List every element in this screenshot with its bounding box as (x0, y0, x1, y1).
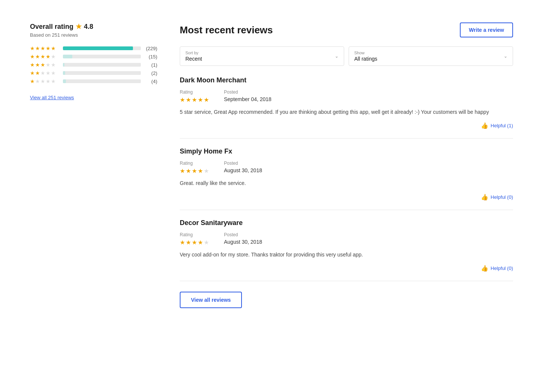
overall-star-icon: ★ (76, 22, 82, 31)
rating-label: Rating (180, 161, 209, 166)
main-layout: Overall rating ★ 4.8 Based on 251 review… (30, 22, 513, 308)
star-icon: ★ (30, 62, 35, 68)
sort-value: Recent (185, 56, 202, 62)
star-icon: ★ (51, 62, 56, 68)
star-icon: ★ (30, 45, 35, 51)
rating-block: Rating★★★★★ (180, 161, 209, 174)
star-icon: ★ (204, 239, 209, 246)
sort-chevron-icon: ⌄ (335, 54, 339, 59)
posted-label: Posted (224, 89, 272, 95)
rating-bar-row: ★★★★★(1) (30, 62, 157, 68)
helpful-text: Helpful (1) (491, 123, 513, 128)
posted-block: PostedAugust 30, 2018 (224, 161, 262, 174)
star-icon: ★ (192, 167, 197, 174)
star-icon: ★ (40, 45, 45, 51)
view-all-reviews-button[interactable]: View all reviews (180, 292, 242, 308)
right-panel: Most recent reviews Write a review Sort … (180, 22, 513, 308)
show-label: Show (354, 51, 501, 55)
star-icon: ★ (198, 96, 203, 103)
reviewer-name: Decor Sanitaryware (180, 219, 513, 227)
review-stars: ★★★★★ (180, 167, 209, 174)
section-title: Most recent reviews (180, 24, 273, 36)
star-icon: ★ (40, 70, 45, 76)
star-icon: ★ (46, 54, 51, 60)
star-icon: ★ (30, 54, 35, 60)
review-stars: ★★★★★ (180, 239, 209, 246)
star-icon: ★ (35, 45, 40, 51)
star-icon: ★ (40, 62, 45, 68)
review-item: Decor SanitarywareRating★★★★★PostedAugus… (180, 210, 513, 281)
write-review-button[interactable]: Write a review (460, 22, 513, 37)
posted-date: August 30, 2018 (224, 239, 262, 245)
star-icon: ★ (204, 167, 209, 174)
bar-stars: ★★★★★ (30, 54, 60, 60)
star-icon: ★ (180, 167, 185, 174)
bar-stars: ★★★★★ (30, 70, 60, 76)
filters-row: Sort by Recent ⌄ Show All ratings ⌄ (180, 46, 513, 66)
review-item: Dark Moon MerchantRating★★★★★PostedSepte… (180, 76, 513, 139)
star-icon: ★ (40, 54, 45, 60)
star-icon: ★ (186, 167, 191, 174)
reviewer-name: Simply Home Fx (180, 148, 513, 155)
rating-bar-row: ★★★★★(4) (30, 78, 157, 84)
helpful-button[interactable]: 👍Helpful (1) (481, 122, 513, 129)
posted-block: PostedAugust 30, 2018 (224, 232, 262, 246)
posted-date: September 04, 2018 (224, 96, 272, 102)
thumbs-up-icon: 👍 (481, 265, 488, 272)
star-icon: ★ (40, 78, 45, 84)
star-icon: ★ (186, 239, 191, 246)
bar-background (63, 55, 141, 58)
star-icon: ★ (30, 78, 35, 84)
star-icon: ★ (35, 62, 40, 68)
star-icon: ★ (51, 45, 56, 51)
star-icon: ★ (198, 239, 203, 246)
show-ratings-select[interactable]: Show All ratings ⌄ (349, 46, 513, 66)
rating-bar-row: ★★★★★(2) (30, 70, 157, 76)
posted-block: PostedSeptember 04, 2018 (224, 89, 272, 103)
rating-bar-row: ★★★★★(15) (30, 54, 157, 60)
review-meta: Rating★★★★★PostedAugust 30, 2018 (180, 232, 513, 246)
bar-fill (63, 79, 66, 83)
star-icon: ★ (180, 96, 185, 103)
view-all-link[interactable]: View all 251 reviews (30, 95, 74, 100)
rating-count: (229) (144, 46, 157, 51)
star-icon: ★ (180, 239, 185, 246)
overall-score: 4.8 (84, 23, 93, 31)
star-icon: ★ (30, 70, 35, 76)
review-body: Great. really like the service. (180, 179, 513, 187)
sort-by-select[interactable]: Sort by Recent ⌄ (180, 46, 344, 66)
posted-label: Posted (224, 161, 262, 166)
review-stars: ★★★★★ (180, 96, 209, 103)
star-icon: ★ (35, 54, 40, 60)
reviewer-name: Dark Moon Merchant (180, 76, 513, 84)
bar-background (63, 71, 141, 75)
sort-label: Sort by (185, 51, 332, 55)
helpful-button[interactable]: 👍Helpful (0) (481, 265, 513, 272)
thumbs-up-icon: 👍 (481, 194, 488, 201)
helpful-button[interactable]: 👍Helpful (0) (481, 194, 513, 201)
star-icon: ★ (186, 96, 191, 103)
star-icon: ★ (46, 70, 51, 76)
rating-count: (4) (144, 79, 157, 84)
review-list: Dark Moon MerchantRating★★★★★PostedSepte… (180, 76, 513, 281)
star-icon: ★ (51, 54, 56, 60)
helpful-text: Helpful (0) (491, 265, 513, 271)
star-icon: ★ (198, 167, 203, 174)
star-icon: ★ (192, 239, 197, 246)
rating-block: Rating★★★★★ (180, 232, 209, 246)
review-body: 5 star service, Great App recommended. I… (180, 108, 513, 116)
helpful-row: 👍Helpful (1) (180, 122, 513, 129)
rating-label: Rating (180, 89, 209, 95)
bar-fill (63, 71, 65, 75)
star-icon: ★ (46, 78, 51, 84)
show-value: All ratings (354, 56, 377, 62)
helpful-row: 👍Helpful (0) (180, 265, 513, 272)
review-meta: Rating★★★★★PostedSeptember 04, 2018 (180, 89, 513, 103)
posted-label: Posted (224, 232, 262, 237)
bar-stars: ★★★★★ (30, 78, 60, 84)
star-icon: ★ (46, 45, 51, 51)
rating-count: (1) (144, 62, 157, 68)
bar-background (63, 79, 141, 83)
based-on-text: Based on 251 reviews (30, 32, 157, 38)
bar-fill (63, 46, 133, 50)
